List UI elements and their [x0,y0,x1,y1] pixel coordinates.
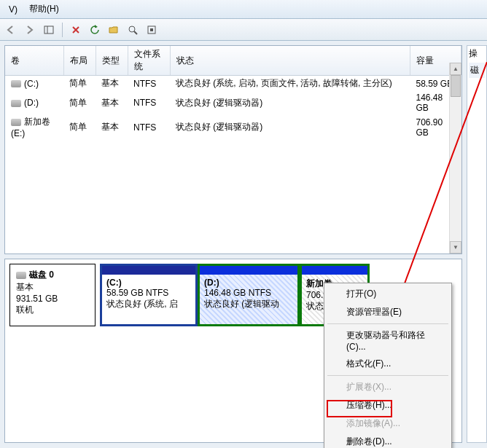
disk-title: 磁盘 0 [29,270,54,280]
ctx-change-letter[interactable]: 更改驱动器号和路径(C)... [326,326,450,355]
partition-d[interactable]: (D:) 146.48 GB NTFS 状态良好 (逻辑驱动 [198,264,300,326]
disk-type: 基本 [16,281,89,294]
ctx-shrink[interactable]: 压缩卷(H)... [326,396,450,414]
toolbar-separator [62,23,63,37]
menu-v[interactable]: V) [3,1,23,17]
menu-separator [327,323,448,324]
ctx-delete[interactable]: 删除卷(D)... [326,433,450,448]
disk-icon [16,272,26,279]
context-menu: 打开(O) 资源管理器(E) 更改驱动器号和路径(C)... 格式化(F)...… [324,283,452,448]
partition-header [200,266,297,275]
menubar: V) 帮助(H) [0,0,487,19]
vol-name: (D:) [24,98,39,108]
col-status[interactable]: 状态 [170,46,410,76]
col-layout[interactable]: 布局 [63,46,96,76]
close-icon[interactable] [68,22,84,38]
vertical-scrollbar[interactable]: ▲ ▼ [449,63,461,254]
partition-header [102,266,195,275]
vol-layout: 简单 [63,76,96,92]
vol-fs: NTFS [128,76,170,92]
table-row[interactable]: (D:) 简单 基本 NTFS 状态良好 (逻辑驱动器) 146.48 GB [5,91,461,114]
svg-point-2 [129,26,135,32]
disk-state: 联机 [16,304,89,316]
partition-c[interactable]: (C:) 58.59 GB NTFS 状态良好 (系统, 启 [100,264,198,326]
vol-type: 基本 [96,76,128,92]
ctx-mirror: 添加镜像(A)... [326,414,450,433]
part-label: (D:) [204,278,219,288]
svg-rect-0 [44,26,53,34]
zoom-icon[interactable] [125,22,141,38]
ctx-format[interactable]: 格式化(F)... [326,355,450,373]
disk-info-box[interactable]: 磁盘 0 基本 931.51 GB 联机 [9,264,96,326]
col-type[interactable]: 类型 [96,46,128,76]
part-label: (C:) [106,278,122,288]
col-volume[interactable]: 卷 [5,46,63,76]
vol-layout: 简单 [63,91,96,114]
part-status: 状态良好 (逻辑驱动 [204,299,279,309]
vol-status: 状态良好 (系统, 启动, 页面文件, 活动, 故障转储, 主分区) [170,76,410,92]
scroll-up-icon[interactable]: ▲ [450,63,461,75]
toolbar [0,19,487,41]
part-size: 58.59 GB NTFS [106,288,168,298]
svg-rect-5 [150,28,153,31]
vol-fs: NTFS [128,114,170,140]
volume-table: 卷 布局 类型 文件系统 状态 容量 (C:) 简单 基本 NTFS 状态良好 [5,46,461,140]
vol-type: 基本 [96,91,128,114]
ctx-extend: 扩展卷(X)... [326,378,450,396]
table-row[interactable]: (C:) 简单 基本 NTFS 状态良好 (系统, 启动, 页面文件, 活动, … [5,76,461,92]
scroll-thumb[interactable] [451,75,461,97]
part-status: 状态良好 (系统, 启 [106,299,178,309]
drive-icon [11,119,21,126]
vol-type: 基本 [96,114,128,140]
vol-layout: 简单 [63,114,96,140]
disk-size: 931.51 GB [16,294,89,304]
vol-name: (C:) [24,79,39,89]
open-icon[interactable] [106,22,122,38]
partition-header [302,266,367,275]
menu-help[interactable]: 帮助(H) [23,0,65,18]
table-row[interactable]: 新加卷 (E:) 简单 基本 NTFS 状态良好 (逻辑驱动器) 706.90 … [5,114,461,140]
volume-table-container: 卷 布局 类型 文件系统 状态 容量 (C:) 简单 基本 NTFS 状态良好 [4,45,462,254]
drive-icon [11,100,21,107]
svg-line-3 [134,31,137,34]
actions-item[interactable]: 磁 [469,63,485,78]
col-fs[interactable]: 文件系统 [128,46,170,76]
part-size: 146.48 GB NTFS [204,288,271,298]
back-icon[interactable] [3,22,19,38]
forward-icon[interactable] [22,22,38,38]
actions-header: 操 [469,47,485,60]
vol-status: 状态良好 (逻辑驱动器) [170,91,410,114]
vol-fs: NTFS [128,91,170,114]
vol-status: 状态良好 (逻辑驱动器) [170,114,410,140]
refresh-icon[interactable] [87,22,103,38]
scroll-down-icon[interactable]: ▼ [450,241,461,254]
menu-separator [327,375,448,376]
panel-icon[interactable] [41,22,57,38]
ctx-explorer[interactable]: 资源管理器(E) [326,303,450,321]
ctx-open[interactable]: 打开(O) [326,285,450,303]
drive-icon [11,80,21,87]
settings-icon[interactable] [144,22,160,38]
actions-pane: 操 磁 [467,45,487,443]
